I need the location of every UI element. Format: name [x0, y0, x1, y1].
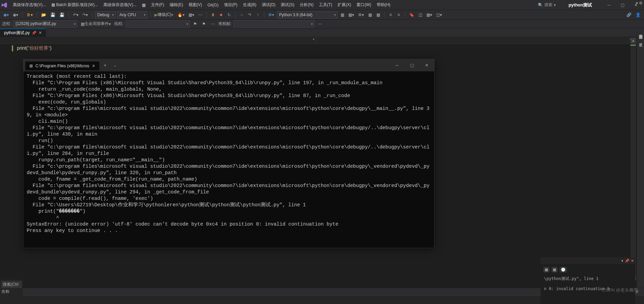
pin-icon[interactable]: 📌: [32, 31, 36, 35]
menu-view[interactable]: 视图(V): [186, 1, 205, 9]
terminal-minimize-button[interactable]: ─: [390, 59, 404, 71]
config-dropdown[interactable]: Debug: [95, 11, 116, 19]
minimize-button[interactable]: ─: [602, 0, 616, 10]
code-editor[interactable]: print("你好世界"): [0, 44, 644, 54]
title-extra-1[interactable]: 高级保存选项(V)...: [10, 1, 49, 9]
br-icon-3[interactable]: 🕐: [560, 267, 567, 273]
terminal-maximize-button[interactable]: ▢: [404, 59, 419, 71]
platform-dropdown[interactable]: Any CPU: [117, 11, 147, 19]
git-changes-tab[interactable]: Git 更改: [638, 34, 643, 40]
step-into-button[interactable]: →: [238, 11, 245, 19]
share-button[interactable]: 🔗: [625, 11, 633, 19]
thread-dropdown[interactable]: [126, 20, 190, 28]
panel-close-icon[interactable]: ✕: [631, 259, 634, 263]
menu-edit[interactable]: 编辑(E): [167, 1, 186, 9]
terminal-window: ⊞ C:\Program Files (x86)\Micros ✕ ＋ ⌄ ─ …: [23, 59, 435, 248]
menu-test[interactable]: 测试(S): [278, 1, 297, 9]
cmd-icon: ⊞: [29, 64, 33, 68]
nav-back-button[interactable]: ◉▾: [2, 11, 10, 19]
title-extra-3[interactable]: 高级保存选项(V)...: [101, 1, 139, 9]
undo-button[interactable]: ↶▾: [72, 11, 80, 19]
menu-extensions[interactable]: 扩展(X): [335, 1, 354, 9]
br-icon-1[interactable]: ▦: [543, 267, 549, 273]
new-project-button[interactable]: 🗎▾: [25, 11, 34, 19]
nav-fwd-button[interactable]: ◉▾: [11, 11, 20, 19]
stop-button[interactable]: ■: [218, 11, 224, 19]
tab-close-icon[interactable]: ✕: [39, 30, 42, 35]
menu-git[interactable]: Git(G): [205, 1, 221, 9]
menu-tools[interactable]: 工具(T): [316, 1, 335, 9]
code-func: print: [17, 45, 26, 51]
step-out-button[interactable]: ↑: [254, 11, 261, 19]
title-extra-icon[interactable]: ▦: [139, 1, 148, 9]
save-button[interactable]: 💾: [49, 11, 57, 19]
debug-bar: 进程: [12528] python测试.py ▦ 生命周期事件 ▾ 线程: ⚑…: [0, 20, 644, 28]
search-icon: 🔍: [538, 3, 543, 7]
menu-project[interactable]: 项目(P): [221, 1, 240, 9]
misc-button[interactable]: ⋯: [197, 11, 204, 19]
redo-button[interactable]: ↷▾: [81, 11, 89, 19]
step-over-button[interactable]: ↷: [246, 11, 253, 19]
t2[interactable]: ▦▾: [347, 11, 355, 19]
editor-scrollbar[interactable]: ▲ ▼: [630, 38, 636, 280]
terminal-output[interactable]: Traceback (most recent call last): File …: [23, 71, 434, 248]
tab-gear-icon[interactable]: ▾ ⚙: [636, 1, 643, 5]
account-button[interactable]: 👤: [634, 11, 642, 19]
titlebar: 高级保存选项(V)... ▦ Batch 新团队项目(W)... 高级保存选项(…: [0, 0, 644, 10]
t7[interactable]: ≡: [395, 11, 402, 19]
t1[interactable]: ▦: [339, 11, 346, 19]
t4[interactable]: ▦: [367, 11, 373, 19]
file-tab[interactable]: python测试.py 📌 ✕: [0, 28, 46, 37]
file-tab-label: python测试.py: [4, 30, 30, 36]
terminal-tab[interactable]: ⊞ C:\Program Files (x86)\Micros ✕: [25, 62, 99, 70]
env-icon[interactable]: ⚙▾: [267, 11, 275, 19]
flag2-icon[interactable]: ⚑: [201, 20, 207, 28]
scroll-up-icon[interactable]: ▲: [630, 38, 636, 43]
flag3-icon[interactable]: ⋯: [209, 20, 216, 28]
side-tool-strip[interactable]: 解决方案资源管理器 Git 更改: [637, 30, 644, 288]
main-toolbar: ◉▾ ◉▾ 🗎▾ 📂 💾 💾 ↶▾ ↷▾ Debug Any CPU ▶ 继续(…: [0, 10, 644, 20]
python-env-dropdown[interactable]: Python 3.9 (64-bit): [277, 11, 338, 19]
pause-button[interactable]: ⏸: [209, 11, 216, 19]
t11[interactable]: ◫▾: [435, 11, 443, 19]
menu-debug[interactable]: 调试(D): [259, 1, 278, 9]
stack-more-icon[interactable]: ⋯: [317, 20, 323, 28]
terminal-dropdown-icon[interactable]: ⌄: [111, 61, 119, 70]
terminal-new-tab-button[interactable]: ＋: [99, 60, 111, 70]
terminal-tab-close-icon[interactable]: ✕: [92, 64, 95, 68]
search-field[interactable]: 搜索(Ctrl: [1, 281, 22, 288]
t3[interactable]: ⚙▾: [357, 11, 365, 19]
title-extra-2[interactable]: ▦ Batch 新团队项目(W)...: [49, 1, 101, 9]
panel-dropdown-icon[interactable]: ▾: [621, 259, 623, 263]
lifecycle-button[interactable]: ▦ 生命周期事件 ▾: [79, 20, 112, 28]
open-button[interactable]: 📂: [40, 11, 48, 19]
output-panel: ▦ ▦ 🕐 \python测试.py", line 1 n 0: invalid…: [541, 264, 635, 304]
br-icon-2[interactable]: ▦: [551, 267, 558, 273]
menu-build[interactable]: 生成(B): [240, 1, 259, 9]
stack-dropdown[interactable]: [233, 20, 315, 28]
nav-scope-dropdown[interactable]: [0, 37, 317, 44]
search-box[interactable]: 🔍 搜索▾: [535, 2, 559, 8]
t9[interactable]: ◫: [417, 11, 424, 19]
t8[interactable]: 🔖: [408, 11, 416, 19]
continue-button[interactable]: ▶ 继续(C) ▾: [153, 11, 175, 19]
menu-analyze[interactable]: 分析(N): [297, 1, 316, 9]
maximize-button[interactable]: ▢: [616, 0, 629, 10]
menu-help[interactable]: 帮助(H): [374, 1, 393, 9]
save-all-button[interactable]: 💾: [58, 11, 66, 19]
t6[interactable]: ≡: [387, 11, 394, 19]
t5[interactable]: ▦: [375, 11, 381, 19]
panel-pin-icon[interactable]: 📌: [625, 259, 629, 263]
menu-window[interactable]: 窗口(W): [354, 1, 374, 9]
flag1-icon[interactable]: ⚑: [192, 20, 199, 28]
nav-member-dropdown[interactable]: [317, 37, 634, 44]
thread-label: 线程:: [114, 21, 123, 27]
process-dropdown[interactable]: [12528] python测试.py: [13, 20, 77, 28]
terminal-close-button[interactable]: ✕: [419, 59, 434, 71]
output-panel-header: ▾ 📌 ✕: [541, 257, 635, 264]
hot-reload-button[interactable]: 🔥▾: [176, 11, 186, 19]
browser-button[interactable]: ▦▾: [187, 11, 196, 19]
t10[interactable]: ▦▾: [425, 11, 434, 19]
restart-button[interactable]: ↻: [226, 11, 232, 19]
menu-file[interactable]: 文件(F): [148, 1, 167, 9]
